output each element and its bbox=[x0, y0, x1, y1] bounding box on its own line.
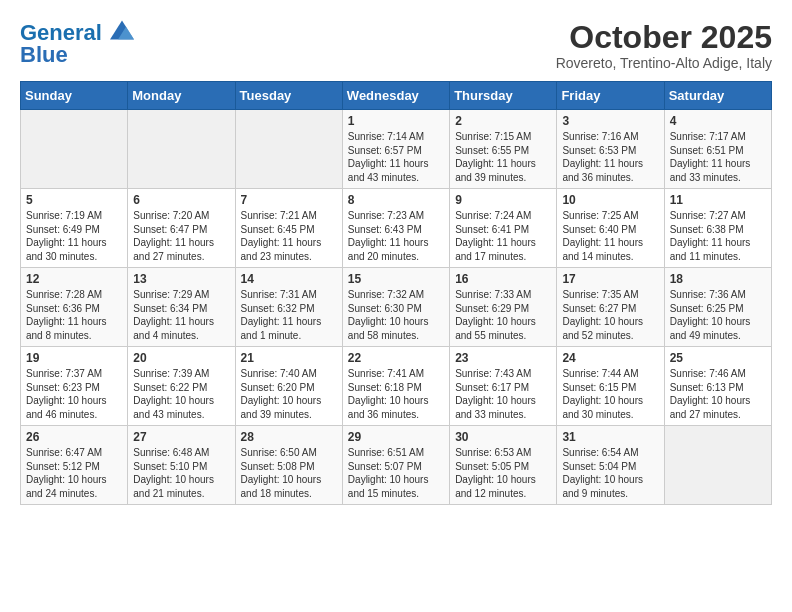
day-number: 17 bbox=[562, 272, 658, 286]
calendar-cell: 18Sunrise: 7:36 AM Sunset: 6:25 PM Dayli… bbox=[664, 268, 771, 347]
day-number: 31 bbox=[562, 430, 658, 444]
calendar-cell: 19Sunrise: 7:37 AM Sunset: 6:23 PM Dayli… bbox=[21, 347, 128, 426]
weekday-header: Sunday bbox=[21, 82, 128, 110]
day-content: Sunrise: 7:31 AM Sunset: 6:32 PM Dayligh… bbox=[241, 288, 337, 342]
weekday-header: Wednesday bbox=[342, 82, 449, 110]
day-number: 21 bbox=[241, 351, 337, 365]
calendar-cell: 22Sunrise: 7:41 AM Sunset: 6:18 PM Dayli… bbox=[342, 347, 449, 426]
day-number: 26 bbox=[26, 430, 122, 444]
day-content: Sunrise: 7:20 AM Sunset: 6:47 PM Dayligh… bbox=[133, 209, 229, 263]
calendar-cell bbox=[235, 110, 342, 189]
day-content: Sunrise: 7:21 AM Sunset: 6:45 PM Dayligh… bbox=[241, 209, 337, 263]
title-area: October 2025 Rovereto, Trentino-Alto Adi… bbox=[556, 20, 772, 71]
calendar-cell: 29Sunrise: 6:51 AM Sunset: 5:07 PM Dayli… bbox=[342, 426, 449, 505]
calendar-cell: 30Sunrise: 6:53 AM Sunset: 5:05 PM Dayli… bbox=[450, 426, 557, 505]
day-content: Sunrise: 6:54 AM Sunset: 5:04 PM Dayligh… bbox=[562, 446, 658, 500]
day-content: Sunrise: 7:41 AM Sunset: 6:18 PM Dayligh… bbox=[348, 367, 444, 421]
calendar: SundayMondayTuesdayWednesdayThursdayFrid… bbox=[20, 81, 772, 505]
calendar-cell: 25Sunrise: 7:46 AM Sunset: 6:13 PM Dayli… bbox=[664, 347, 771, 426]
day-content: Sunrise: 7:15 AM Sunset: 6:55 PM Dayligh… bbox=[455, 130, 551, 184]
day-number: 3 bbox=[562, 114, 658, 128]
day-content: Sunrise: 7:37 AM Sunset: 6:23 PM Dayligh… bbox=[26, 367, 122, 421]
calendar-cell: 23Sunrise: 7:43 AM Sunset: 6:17 PM Dayli… bbox=[450, 347, 557, 426]
calendar-cell: 6Sunrise: 7:20 AM Sunset: 6:47 PM Daylig… bbox=[128, 189, 235, 268]
calendar-cell: 11Sunrise: 7:27 AM Sunset: 6:38 PM Dayli… bbox=[664, 189, 771, 268]
calendar-cell: 16Sunrise: 7:33 AM Sunset: 6:29 PM Dayli… bbox=[450, 268, 557, 347]
weekday-header: Friday bbox=[557, 82, 664, 110]
calendar-cell: 13Sunrise: 7:29 AM Sunset: 6:34 PM Dayli… bbox=[128, 268, 235, 347]
day-content: Sunrise: 7:46 AM Sunset: 6:13 PM Dayligh… bbox=[670, 367, 766, 421]
calendar-cell: 28Sunrise: 6:50 AM Sunset: 5:08 PM Dayli… bbox=[235, 426, 342, 505]
calendar-week-row: 12Sunrise: 7:28 AM Sunset: 6:36 PM Dayli… bbox=[21, 268, 772, 347]
calendar-cell: 31Sunrise: 6:54 AM Sunset: 5:04 PM Dayli… bbox=[557, 426, 664, 505]
calendar-week-row: 1Sunrise: 7:14 AM Sunset: 6:57 PM Daylig… bbox=[21, 110, 772, 189]
calendar-cell bbox=[21, 110, 128, 189]
day-number: 12 bbox=[26, 272, 122, 286]
calendar-cell: 24Sunrise: 7:44 AM Sunset: 6:15 PM Dayli… bbox=[557, 347, 664, 426]
day-number: 9 bbox=[455, 193, 551, 207]
day-content: Sunrise: 7:32 AM Sunset: 6:30 PM Dayligh… bbox=[348, 288, 444, 342]
day-content: Sunrise: 7:28 AM Sunset: 6:36 PM Dayligh… bbox=[26, 288, 122, 342]
day-content: Sunrise: 7:19 AM Sunset: 6:49 PM Dayligh… bbox=[26, 209, 122, 263]
weekday-header: Saturday bbox=[664, 82, 771, 110]
calendar-cell: 2Sunrise: 7:15 AM Sunset: 6:55 PM Daylig… bbox=[450, 110, 557, 189]
calendar-cell: 17Sunrise: 7:35 AM Sunset: 6:27 PM Dayli… bbox=[557, 268, 664, 347]
day-content: Sunrise: 7:33 AM Sunset: 6:29 PM Dayligh… bbox=[455, 288, 551, 342]
calendar-cell: 4Sunrise: 7:17 AM Sunset: 6:51 PM Daylig… bbox=[664, 110, 771, 189]
day-content: Sunrise: 7:39 AM Sunset: 6:22 PM Dayligh… bbox=[133, 367, 229, 421]
day-content: Sunrise: 7:40 AM Sunset: 6:20 PM Dayligh… bbox=[241, 367, 337, 421]
day-number: 27 bbox=[133, 430, 229, 444]
day-content: Sunrise: 7:44 AM Sunset: 6:15 PM Dayligh… bbox=[562, 367, 658, 421]
calendar-cell: 3Sunrise: 7:16 AM Sunset: 6:53 PM Daylig… bbox=[557, 110, 664, 189]
logo-blue-text: Blue bbox=[20, 44, 134, 66]
day-number: 4 bbox=[670, 114, 766, 128]
logo-icon bbox=[110, 20, 134, 40]
day-number: 1 bbox=[348, 114, 444, 128]
day-content: Sunrise: 7:25 AM Sunset: 6:40 PM Dayligh… bbox=[562, 209, 658, 263]
day-number: 2 bbox=[455, 114, 551, 128]
location: Rovereto, Trentino-Alto Adige, Italy bbox=[556, 55, 772, 71]
day-number: 25 bbox=[670, 351, 766, 365]
day-number: 29 bbox=[348, 430, 444, 444]
day-content: Sunrise: 6:53 AM Sunset: 5:05 PM Dayligh… bbox=[455, 446, 551, 500]
day-number: 19 bbox=[26, 351, 122, 365]
day-content: Sunrise: 7:24 AM Sunset: 6:41 PM Dayligh… bbox=[455, 209, 551, 263]
calendar-week-row: 5Sunrise: 7:19 AM Sunset: 6:49 PM Daylig… bbox=[21, 189, 772, 268]
day-content: Sunrise: 7:14 AM Sunset: 6:57 PM Dayligh… bbox=[348, 130, 444, 184]
day-number: 14 bbox=[241, 272, 337, 286]
day-content: Sunrise: 6:47 AM Sunset: 5:12 PM Dayligh… bbox=[26, 446, 122, 500]
calendar-cell bbox=[128, 110, 235, 189]
logo-text: General bbox=[20, 20, 134, 44]
day-content: Sunrise: 6:48 AM Sunset: 5:10 PM Dayligh… bbox=[133, 446, 229, 500]
day-content: Sunrise: 7:16 AM Sunset: 6:53 PM Dayligh… bbox=[562, 130, 658, 184]
day-number: 6 bbox=[133, 193, 229, 207]
day-number: 11 bbox=[670, 193, 766, 207]
day-number: 24 bbox=[562, 351, 658, 365]
calendar-cell: 20Sunrise: 7:39 AM Sunset: 6:22 PM Dayli… bbox=[128, 347, 235, 426]
day-number: 30 bbox=[455, 430, 551, 444]
calendar-week-row: 19Sunrise: 7:37 AM Sunset: 6:23 PM Dayli… bbox=[21, 347, 772, 426]
day-number: 18 bbox=[670, 272, 766, 286]
calendar-cell: 15Sunrise: 7:32 AM Sunset: 6:30 PM Dayli… bbox=[342, 268, 449, 347]
day-number: 22 bbox=[348, 351, 444, 365]
day-number: 28 bbox=[241, 430, 337, 444]
calendar-cell: 27Sunrise: 6:48 AM Sunset: 5:10 PM Dayli… bbox=[128, 426, 235, 505]
calendar-cell: 21Sunrise: 7:40 AM Sunset: 6:20 PM Dayli… bbox=[235, 347, 342, 426]
day-number: 10 bbox=[562, 193, 658, 207]
day-content: Sunrise: 7:27 AM Sunset: 6:38 PM Dayligh… bbox=[670, 209, 766, 263]
day-content: Sunrise: 7:29 AM Sunset: 6:34 PM Dayligh… bbox=[133, 288, 229, 342]
day-number: 5 bbox=[26, 193, 122, 207]
header: General Blue October 2025 Rovereto, Tren… bbox=[20, 20, 772, 71]
day-number: 23 bbox=[455, 351, 551, 365]
calendar-cell bbox=[664, 426, 771, 505]
day-number: 8 bbox=[348, 193, 444, 207]
calendar-cell: 14Sunrise: 7:31 AM Sunset: 6:32 PM Dayli… bbox=[235, 268, 342, 347]
weekday-header: Tuesday bbox=[235, 82, 342, 110]
calendar-cell: 5Sunrise: 7:19 AM Sunset: 6:49 PM Daylig… bbox=[21, 189, 128, 268]
calendar-cell: 26Sunrise: 6:47 AM Sunset: 5:12 PM Dayli… bbox=[21, 426, 128, 505]
weekday-header: Thursday bbox=[450, 82, 557, 110]
day-number: 7 bbox=[241, 193, 337, 207]
day-content: Sunrise: 7:43 AM Sunset: 6:17 PM Dayligh… bbox=[455, 367, 551, 421]
logo: General Blue bbox=[20, 20, 134, 66]
calendar-cell: 1Sunrise: 7:14 AM Sunset: 6:57 PM Daylig… bbox=[342, 110, 449, 189]
